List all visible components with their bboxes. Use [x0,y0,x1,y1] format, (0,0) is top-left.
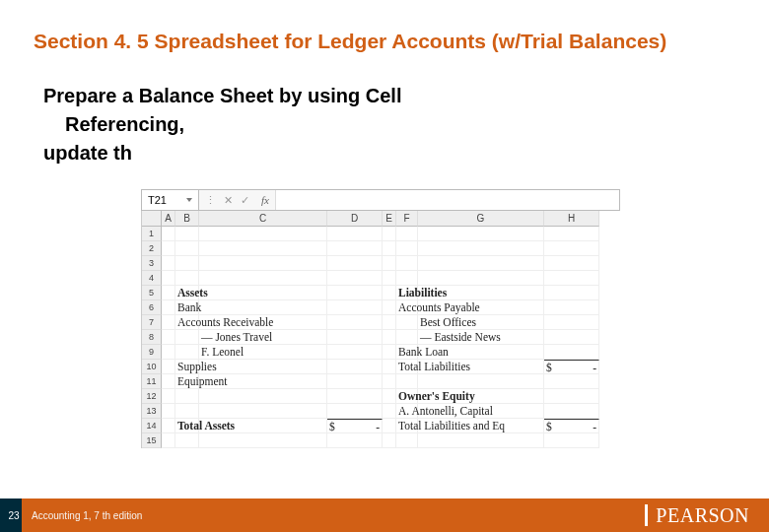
cell[interactable] [327,315,383,330]
cell[interactable] [199,433,327,448]
cell[interactable]: Accounts Receivable [175,315,199,330]
cell[interactable] [327,345,383,360]
cell[interactable] [162,389,175,404]
cell[interactable] [327,256,383,271]
cell[interactable] [396,256,418,271]
cell[interactable]: F. Leonel [199,345,327,360]
cell[interactable]: Accounts Payable [396,300,418,315]
row-header[interactable]: 8 [142,330,162,345]
cell[interactable]: Balance Sheet [162,241,175,256]
cell[interactable]: Owner's Equity [396,389,418,404]
cell[interactable] [544,241,599,256]
cell[interactable] [418,256,544,271]
cell[interactable] [383,345,396,360]
cell[interactable] [383,227,396,241]
cell[interactable]: Bank Loan [396,345,418,360]
cell[interactable] [418,241,544,256]
cell[interactable]: Bank [175,300,199,315]
cell[interactable] [544,286,599,300]
row-header[interactable]: 2 [142,241,162,256]
cell[interactable] [544,271,599,286]
cell[interactable]: — Eastside News [418,330,544,345]
row-header[interactable]: 1 [142,227,162,241]
row-header[interactable]: 10 [142,360,162,374]
cell[interactable]: $- [327,419,383,433]
cell[interactable] [418,419,544,433]
row-header[interactable]: 6 [142,300,162,315]
cell[interactable] [327,286,383,300]
cell[interactable] [199,241,327,256]
cell[interactable] [418,374,544,389]
cell[interactable] [544,300,599,315]
row-header[interactable]: 12 [142,389,162,404]
select-all-corner[interactable] [142,211,162,227]
cell[interactable] [383,404,396,419]
cell[interactable] [418,389,544,404]
cell[interactable] [544,330,599,345]
cell[interactable]: $- [544,360,599,374]
cell[interactable] [162,374,175,389]
cell[interactable] [199,419,327,433]
cell[interactable] [327,241,383,256]
col-header[interactable]: D [327,211,383,227]
cell[interactable] [162,345,175,360]
cell[interactable] [418,227,544,241]
row-header[interactable]: 4 [142,271,162,286]
cell[interactable] [383,389,396,404]
col-header[interactable]: E [383,211,396,227]
cell[interactable] [327,389,383,404]
row-header[interactable]: 9 [142,345,162,360]
cell[interactable] [175,433,199,448]
cell[interactable] [175,345,199,360]
cell[interactable] [383,300,396,315]
cell[interactable]: Assets [175,286,199,300]
cell[interactable]: $- [544,419,599,433]
row-header[interactable]: 13 [142,404,162,419]
row-header[interactable]: 3 [142,256,162,271]
row-header[interactable]: 14 [142,419,162,433]
cell[interactable] [199,286,327,300]
name-box[interactable]: T21 [142,190,199,210]
cell[interactable] [383,433,396,448]
row-header[interactable]: 7 [142,315,162,330]
cell[interactable] [199,315,327,330]
cell[interactable] [175,256,199,271]
cell[interactable] [544,315,599,330]
cell[interactable] [383,330,396,345]
cell[interactable] [383,374,396,389]
cell[interactable] [327,300,383,315]
cell[interactable] [383,286,396,300]
cell[interactable] [162,360,175,374]
cell[interactable] [418,345,544,360]
col-header[interactable]: B [175,211,199,227]
cell[interactable]: A. Antonelli, Capital [396,404,418,419]
cell[interactable] [327,271,383,286]
cell[interactable] [199,227,327,241]
cell[interactable] [418,404,544,419]
cell[interactable] [327,374,383,389]
cell[interactable] [396,315,418,330]
cell[interactable]: Antonelli's Accounting Services [162,227,175,241]
cell[interactable]: Total Liabilities [396,360,418,374]
cell[interactable] [175,404,199,419]
cell[interactable] [199,374,327,389]
cell[interactable]: Total Liabilities and Eq [396,419,418,433]
cell[interactable] [175,227,199,241]
cell[interactable] [199,300,327,315]
cell[interactable] [418,300,544,315]
cell[interactable] [418,271,544,286]
cell[interactable] [418,286,544,300]
cell[interactable]: Liabilities [396,286,418,300]
cell[interactable] [396,227,418,241]
cell[interactable] [327,360,383,374]
cell[interactable] [162,330,175,345]
cell[interactable] [383,256,396,271]
cell[interactable] [175,241,199,256]
cell[interactable] [544,389,599,404]
col-header[interactable]: G [418,211,544,227]
cell[interactable] [327,404,383,419]
col-header[interactable]: A [162,211,175,227]
cell[interactable] [544,404,599,419]
cell[interactable]: October 31, 20 [162,256,175,271]
col-header[interactable]: F [396,211,418,227]
